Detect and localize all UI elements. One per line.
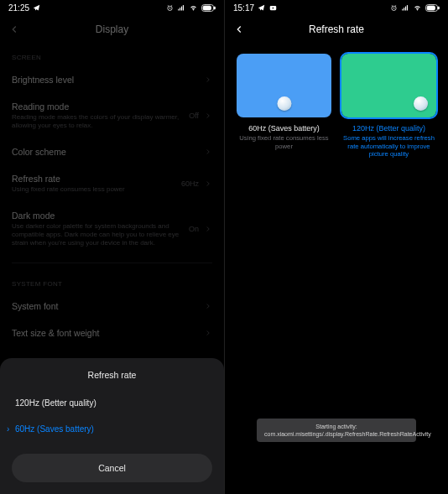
signal-icon [401,4,409,12]
section-header-screen: SCREEN [0,44,224,66]
svg-rect-4 [183,5,184,10]
battery-icon [425,4,440,12]
row-label: Brightness level [12,75,204,85]
chevron-left-icon [233,23,245,35]
card-title: 120Hz (Better quality) [341,124,436,133]
refresh-rate-screen: 15:17 Refresh rate 60Hz (Saves battery) … [224,0,448,494]
row-value: 60Hz [181,179,199,188]
row-value: On [189,225,199,233]
bubble-icon [414,96,428,111]
telegram-icon [33,4,40,12]
chevron-right-icon [204,75,212,84]
sheet-title: Refresh rate [0,370,224,390]
card-sub: Using fixed rate consumes less power [237,134,331,150]
display-settings-screen: 21:25 Display SCREEN Brightness level Re… [0,0,224,494]
svg-rect-13 [407,5,408,10]
card-60hz[interactable]: 60Hz (Saves battery) Using fixed rate co… [237,54,331,159]
row-label: Dark mode [12,211,189,221]
status-time: 21:25 [8,3,29,13]
row-text-size[interactable]: Text size & font weight [0,320,224,346]
row-sub: Use darker color palette for system back… [12,222,189,247]
row-brightness[interactable]: Brightness level [0,66,224,93]
chevron-right-icon [204,148,212,156]
chevron-right-icon [204,225,212,233]
back-button[interactable] [0,23,29,35]
svg-rect-2 [180,8,180,10]
svg-rect-6 [214,7,216,9]
option-120hz[interactable]: 120Hz (Better quality) [0,390,224,416]
card-sub: Some apps will increase refresh rate aut… [341,134,436,159]
signal-icon [177,4,185,12]
row-refresh-rate[interactable]: Refresh rate Using fixed rate consumes l… [0,165,224,202]
svg-rect-1 [178,8,179,10]
section-header-font: SYSTEM FONT [0,270,224,293]
svg-rect-11 [404,8,404,10]
alarm-icon [166,4,174,12]
svg-rect-10 [402,8,403,10]
refresh-rate-cards: 60Hz (Saves battery) Using fixed rate co… [225,44,448,159]
svg-rect-12 [405,6,406,10]
row-dark-mode[interactable]: Dark mode Use darker color palette for s… [0,202,224,256]
cancel-button[interactable]: Cancel [12,454,212,482]
row-reading-mode[interactable]: Reading mode Reading mode makes the colo… [0,93,224,138]
status-time: 15:17 [233,3,254,13]
status-bar: 15:17 [225,0,448,15]
chevron-right-icon [204,329,212,337]
row-label: Reading mode [12,101,189,112]
row-sub: Reading mode makes the colors of your di… [12,113,189,130]
row-label: Color scheme [12,147,204,157]
row-sub: Using fixed rate consumes less power [12,185,181,194]
option-60hz[interactable]: 60Hz (Saves battery) [0,416,224,442]
row-value: Off [189,112,199,120]
chevron-right-icon [204,179,212,188]
telegram-icon [258,4,265,12]
bubble-icon [277,96,291,111]
activity-toast: Starting activity: com.xiaomi.misettings… [257,419,416,442]
svg-rect-7 [203,6,211,10]
row-label: Refresh rate [12,174,181,184]
row-color-scheme[interactable]: Color scheme [0,138,224,165]
back-button[interactable] [225,23,253,35]
page-title: Refresh rate [225,23,448,35]
status-bar: 21:25 [0,0,224,15]
row-system-font[interactable]: System font [0,293,224,320]
wifi-icon [189,4,198,12]
svg-rect-3 [181,6,182,10]
preview-60hz [237,54,331,117]
preview-120hz [341,54,436,117]
row-label: System font [12,301,204,311]
youtube-icon [268,4,278,12]
chevron-right-icon [204,112,212,120]
dimmed-content: Display SCREEN Brightness level Reading … [0,15,224,346]
wifi-icon [413,4,422,12]
divider [12,263,212,263]
row-label: Text size & font weight [12,328,204,338]
svg-rect-15 [438,7,440,9]
alarm-icon [390,4,398,12]
chevron-right-icon [204,302,212,310]
chevron-left-icon [8,23,20,35]
battery-icon [201,4,216,12]
card-title: 60Hz (Saves battery) [237,124,331,133]
refresh-rate-sheet: Refresh rate 120Hz (Better quality) 60Hz… [0,358,224,494]
page-title: Display [0,23,224,35]
svg-rect-16 [427,6,435,10]
card-120hz[interactable]: 120Hz (Better quality) Some apps will in… [341,54,436,159]
